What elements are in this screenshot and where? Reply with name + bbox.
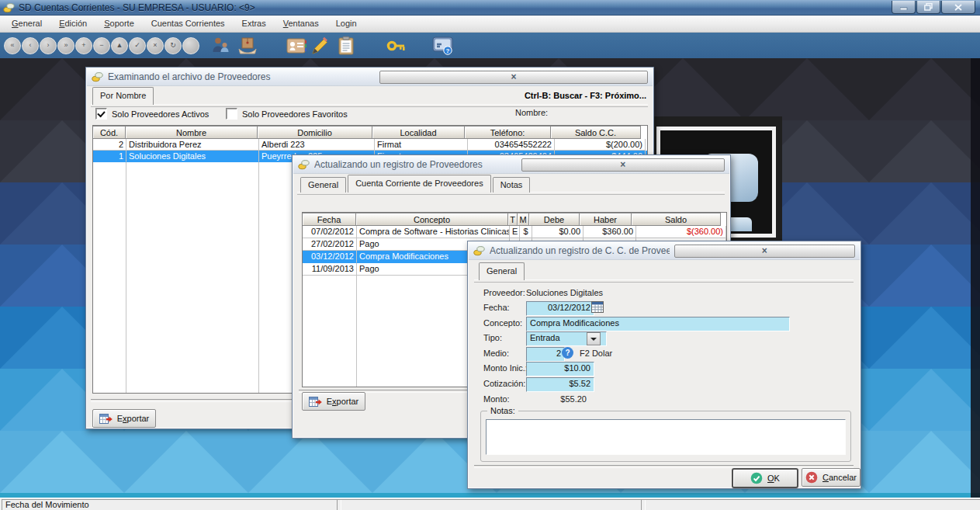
tab-general[interactable]: General [479,262,525,280]
export-button[interactable]: Exportar [92,409,156,428]
sd-help-icon[interactable]: ? [431,35,455,56]
ok-button[interactable]: OK [732,468,798,488]
column-header[interactable]: Teléfono: [464,126,551,139]
svg-text:?: ? [446,47,450,54]
application-window: SD Cuentas Corrientes - SU EMPRESA - USU… [0,0,980,510]
notas-textarea[interactable] [486,419,846,455]
column-header[interactable]: Domicilio [257,126,372,139]
menu-extras[interactable]: Extras [234,16,275,32]
nav-cancel-button[interactable]: × [147,37,164,54]
close-icon[interactable]: × [379,71,648,84]
column-header[interactable]: Concepto [355,213,508,226]
nav-last-button[interactable]: » [57,37,74,54]
x-circle-icon [805,471,818,484]
concepto-input[interactable]: Compra Modificaciones [526,317,790,331]
menu-general[interactable]: General [3,16,50,32]
nav-refresh-button[interactable]: ↻ [164,37,182,54]
tab-general[interactable]: General [300,177,346,193]
menu-login[interactable]: Login [327,16,365,32]
nav-first-button[interactable]: « [4,37,21,54]
column-header[interactable]: Nombre [125,126,258,139]
nav-edit-button[interactable]: ▲ [111,37,128,54]
menu-edicion[interactable]: Edición [50,16,95,32]
edit-pencil-icon[interactable] [310,36,330,56]
checkbox-solo-favoritos[interactable]: Solo Proveedores Favoritos [226,108,348,120]
cell: E [510,226,520,238]
column-header[interactable]: Debe [528,213,580,226]
dialog-titlebar[interactable]: Actualizando un registro de Proveedores … [293,156,729,174]
cell: $(200.00) [555,139,646,151]
medio-label: Medio: [483,349,509,358]
close-icon[interactable]: × [674,245,856,258]
calendar-icon[interactable] [591,301,604,314]
nav-delete-button[interactable]: − [93,37,110,54]
cell: 1 [93,151,126,162]
package-delivery-icon[interactable] [237,36,258,56]
dialog-coins-icon [298,159,310,170]
clipboard-notes-icon[interactable] [336,36,356,56]
cancel-label: Cancelar [822,473,857,482]
contact-card-icon[interactable] [286,36,306,56]
app-coins-icon [3,2,15,13]
menu-ventanas[interactable]: Ventanas [275,16,327,32]
column-header[interactable]: Localidad [372,126,465,139]
toolbar: « ‹ › » + − ▲ ✓ × ↻ [0,33,980,58]
checkbox-solo-activos[interactable]: Solo Proveedores Activos [95,108,209,120]
checkbox-unchecked-icon[interactable] [226,108,237,120]
restore-button[interactable] [916,1,940,14]
menu-soporte[interactable]: Soporte [95,16,143,32]
medio-input[interactable]: 2 [526,347,565,362]
desktop-area: Examinando el archivo de Proveedores × P… [0,58,980,498]
checkbox-checked-icon[interactable] [95,108,107,120]
minimize-button[interactable] [892,1,916,14]
column-header[interactable]: M [517,213,529,226]
menu-cuentas-corrientes[interactable]: Cuentas Corrientes [143,16,234,32]
access-key-icon[interactable] [386,36,407,56]
dialog-titlebar[interactable]: Actualizando un registro de C. C. de Pro… [469,242,860,260]
table-row[interactable]: 07/02/2012 Compra de Software - Historia… [303,226,726,238]
nav-insert-button[interactable]: + [75,37,92,54]
grid-header-row: Fecha Concepto T M Debe Haber Saldo [303,213,726,226]
checkbox-label: Solo Proveedores Activos [112,109,209,119]
table-row[interactable]: 2 Distribuidora Perez Alberdi 223 Firmat… [93,139,647,151]
monto-inic-label: Monto Inic.: [483,363,528,373]
nav-post-button[interactable]: ✓ [129,37,146,54]
menu-bar: General Edición Soporte Cuentas Corrient… [0,16,980,33]
fecha-input[interactable]: 03/12/2012 [526,301,594,316]
close-button[interactable] [941,1,975,14]
nav-next-button[interactable]: › [40,37,57,54]
column-header[interactable]: Haber [579,213,632,226]
monto-value: $55.20 [526,394,587,404]
export-label: Exportar [327,397,359,406]
nav-extra-button[interactable] [182,37,199,54]
window-title: SD Cuentas Corrientes - SU EMPRESA - USU… [19,2,888,13]
account-entry-dialog: Actualizando un registro de C. C. de Pro… [467,241,861,489]
dialog-title: Actualizando un registro de C. C. de Pro… [490,245,670,256]
clients-people-icon[interactable] [210,36,230,56]
proveedor-label: Proveedor: [483,288,525,297]
cell: Distribuidora Perez [126,139,259,151]
cell: 07/02/2012 [303,226,357,238]
export-button[interactable]: Exportar [302,392,365,411]
cell: 034654552222 [468,139,555,151]
monto-inic-input[interactable]: $10.00 [526,362,594,376]
tab-notas[interactable]: Notas [493,177,531,193]
tab-cuenta-corriente[interactable]: Cuenta Corriente de Proveedores [348,175,490,193]
tab-por-nombre[interactable]: Por Nombre [92,87,154,105]
help-question-icon[interactable]: ? [562,347,573,359]
cell: 27/02/2012 [303,238,357,251]
column-header[interactable]: Saldo [631,213,721,226]
dialog-title: Examinando el archivo de Proveedores [108,71,375,82]
cell: 11/09/2013 [303,263,357,276]
dialog-titlebar[interactable]: Examinando el archivo de Proveedores × [87,68,653,86]
column-header[interactable]: Saldo C.C. [550,126,641,139]
chevron-down-icon[interactable] [587,332,601,345]
nav-prev-button[interactable]: ‹ [22,37,39,54]
column-header[interactable]: Fecha [302,213,356,226]
cotizacion-input[interactable]: $5.52 [526,377,594,392]
window-titlebar: SD Cuentas Corrientes - SU EMPRESA - USU… [0,0,980,16]
close-icon[interactable]: × [521,158,725,172]
status-panel [337,499,646,510]
cancel-button[interactable]: Cancelar [802,468,861,487]
column-header[interactable]: Cód. [92,126,126,139]
